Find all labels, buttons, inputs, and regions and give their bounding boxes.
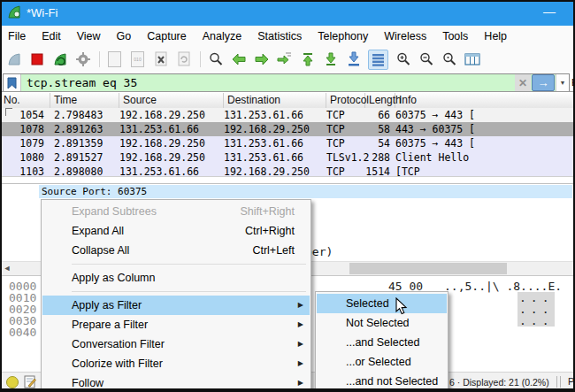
menu-item-expand-all[interactable]: Expand All Ctrl+Right [42,221,310,241]
column-info[interactable]: Info [395,93,575,108]
cell-protocol: TCP [326,165,345,177]
submenu-item-or-selected[interactable]: ...or Selected [317,352,447,372]
menu-telephony[interactable]: Telephony [310,26,376,47]
menu-go[interactable]: Go [109,26,140,47]
scrollbar-thumb[interactable] [349,263,507,274]
packet-row-1080[interactable]: 1080 2.891527 192.168.29.250 131.253.61.… [0,150,575,165]
cell-info: Client Hello [395,150,469,165]
menu-separator [72,291,306,292]
menu-statistics[interactable]: Statistics [249,26,310,47]
cell-protocol: TCP [326,108,345,122]
cell-source: 131.253.61.66 [119,165,199,177]
hex-ascii[interactable]: ... [518,315,555,327]
menu-item-apply-as-filter[interactable]: Apply as Filter ▶ [42,296,310,315]
next-packet-icon[interactable] [253,51,270,68]
find-packet-icon[interactable] [207,51,224,68]
menu-tools[interactable]: Tools [434,26,476,47]
cell-time: 2.898080 [54,165,103,177]
save-capture-file-icon[interactable]: 010 [129,51,146,68]
close-capture-file-icon[interactable] [152,51,169,68]
filter-clear-icon[interactable]: ✕ [515,74,531,91]
column-length[interactable]: Length [365,93,395,108]
expert-info-icon[interactable] [6,376,19,388]
menu-item-follow[interactable]: Follow ▶ [42,373,310,392]
submenu-arrow-icon: ▶ [298,373,303,392]
stop-capture-icon[interactable] [28,51,45,68]
display-filter-input[interactable]: tcp.stream eq 35 [21,74,515,91]
menu-separator [72,264,306,265]
packet-row-1054[interactable]: 1054 2.798483 192.168.29.250 131.253.61.… [0,108,575,122]
capture-file-properties-icon[interactable] [24,375,36,392]
filter-apply-icon[interactable]: → [532,74,555,91]
filter-bookmark-icon[interactable] [4,74,21,91]
menu-file[interactable]: File [0,26,34,47]
cell-no: 1103 [0,165,44,177]
menu-capture[interactable]: Capture [139,26,194,47]
menu-edit[interactable]: Edit [34,26,69,47]
menu-item-prepare-a-filter[interactable]: Prepare a Filter ▶ [42,315,310,334]
submenu-item-not-selected[interactable]: Not Selected [317,313,447,333]
filter-dropdown-icon[interactable]: ▼ [556,74,569,91]
zoom-in-icon[interactable] [395,51,411,68]
reload-capture-file-icon[interactable] [175,51,192,68]
colorize-packets-icon[interactable] [368,50,388,70]
cell-destination: 192.168.29.250 [224,122,310,136]
go-to-packet-icon[interactable] [276,51,293,68]
start-capture-icon[interactable] [5,51,22,68]
zoom-original-icon[interactable] [441,51,457,68]
cell-length: 54 [356,136,390,150]
packet-list-pane: No. Time Source Destination Protocol Len… [0,91,575,177]
cell-info: 60375 → 443 [ [395,136,475,150]
cell-protocol: TCP [326,122,345,136]
packet-row-1078-selected[interactable]: 1078 2.891263 131.253.61.66 192.168.29.2… [0,122,575,136]
submenu-item-selected[interactable]: Selected [317,294,447,313]
selected-field-source-port[interactable]: Source Port: 60375 [39,185,572,198]
title-bar: *Wi-Fi — [0,0,575,26]
minimize-button[interactable]: — [534,3,564,22]
cell-source: 192.168.29.250 [119,108,205,122]
main-toolbar: 010 [0,47,575,72]
submenu-item-and-not-selected[interactable]: ...and not Selected [317,372,447,391]
column-no[interactable]: No. [0,93,50,108]
menu-item-colorize-with-filter[interactable]: Colorize with Filter ▶ [42,354,310,373]
first-packet-icon[interactable] [299,51,316,68]
last-packet-icon[interactable] [322,51,339,68]
zoom-out-icon[interactable] [418,51,434,68]
menu-item-collapse-all[interactable]: Collapse All Ctrl+Left [42,241,310,260]
menu-help[interactable]: Help [476,26,515,47]
submenu-arrow-icon: ▶ [298,296,303,315]
expression-button[interactable]: Ex [571,77,575,88]
menu-wireless[interactable]: Wireless [376,26,434,47]
restart-capture-icon[interactable] [51,51,68,68]
previous-packet-icon[interactable] [230,51,247,68]
cell-no: 1079 [0,136,44,150]
menu-item-apply-as-column[interactable]: Apply as Column [42,268,310,288]
cell-info: 443 → 60375 [ [395,122,475,136]
context-menu: Expand Subtrees Shift+Right Expand All C… [41,199,311,392]
auto-scroll-icon[interactable] [345,51,362,68]
cell-time: 2.798483 [54,108,103,122]
column-source[interactable]: Source [119,93,224,108]
menu-item-conversation-filter[interactable]: Conversation Filter ▶ [42,334,310,354]
resize-columns-icon[interactable] [464,51,480,68]
cell-length: 1514 [356,165,390,177]
submenu-item-and-selected[interactable]: ...and Selected [317,333,447,352]
submenu-arrow-icon: ▶ [298,334,303,354]
cell-length: 66 [356,108,390,122]
packet-list-header: No. Time Source Destination Protocol Len… [0,93,575,109]
cell-length: 58 [356,122,390,136]
cell-no: 1080 [0,150,44,165]
submenu-arrow-icon: ▶ [298,315,303,334]
column-destination[interactable]: Destination [224,93,326,108]
packet-row-partial[interactable]: 1103 2.898080 131.253.61.66 192.168.29.2… [0,165,575,177]
scroll-left-icon[interactable]: ◄ [0,262,14,275]
packet-row-1079[interactable]: 1079 2.891359 192.168.29.250 131.253.61.… [0,136,575,150]
menu-analyze[interactable]: Analyze [195,26,249,47]
hex-offset: 0040 [9,327,36,338]
menu-view[interactable]: View [69,26,109,47]
column-protocol[interactable]: Protocol [326,93,365,108]
capture-options-icon[interactable] [74,51,91,68]
open-capture-file-icon[interactable] [106,51,123,68]
column-time[interactable]: Time [50,93,119,108]
cell-length: 288 [356,150,390,165]
